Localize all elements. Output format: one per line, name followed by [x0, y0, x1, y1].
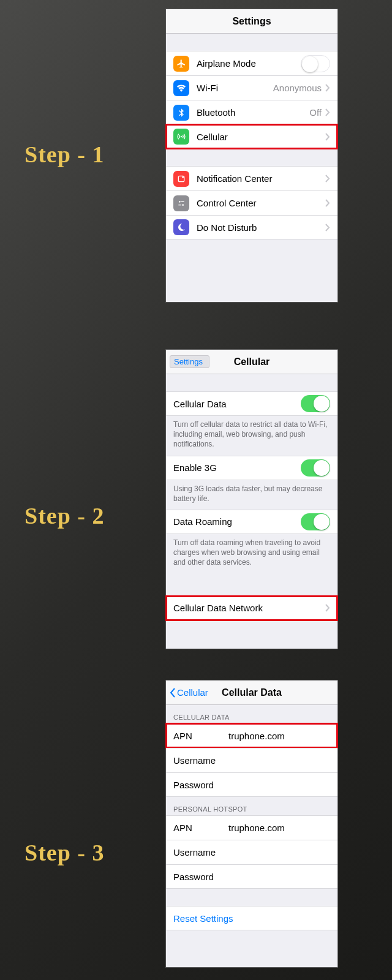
row-control-center[interactable]: Control Center [166, 190, 337, 215]
hotspot-password-label: Password [173, 872, 228, 882]
row-enable-3g[interactable]: Enable 3G [166, 456, 337, 480]
group-personal-hotspot: PERSONAL HOTSPOT [166, 797, 337, 815]
bluetooth-icon [173, 105, 189, 121]
step-3-label: Step - 3 [24, 839, 104, 866]
data-roaming-toggle[interactable] [301, 513, 330, 530]
row-hotspot-apn[interactable]: APN truphone.com [166, 815, 337, 840]
airplane-toggle[interactable] [301, 55, 330, 72]
cellular-data-label: Cellular Data [173, 399, 301, 409]
row-data-roaming[interactable]: Data Roaming [166, 510, 337, 534]
back-label: Cellular [177, 687, 208, 698]
screen-cellular: Settings Cellular Cellular Data Turn off… [165, 349, 338, 649]
nav-bar: Settings Cellular [166, 350, 337, 374]
step-1-label: Step - 1 [24, 141, 104, 168]
apn-label: APN [173, 731, 228, 741]
row-notification-center[interactable]: Notification Center [166, 166, 337, 190]
apn-value[interactable]: truphone.com [228, 731, 330, 741]
chevron-icon [325, 224, 330, 232]
chevron-icon [325, 175, 330, 183]
notification-label: Notification Center [197, 173, 325, 184]
screen-settings: Settings Airplane Mode Wi-Fi Anonymous B… [165, 9, 338, 303]
row-bluetooth[interactable]: Bluetooth Off [166, 100, 337, 124]
svg-point-2 [179, 201, 181, 203]
hotspot-username-label: Username [173, 847, 228, 858]
airplane-icon [173, 56, 189, 72]
enable-3g-label: Enable 3G [173, 462, 301, 473]
enable-3g-desc: Using 3G loads data faster, but may decr… [166, 480, 337, 510]
row-reset-settings[interactable]: Reset Settings [166, 906, 337, 930]
row-hotspot-username[interactable]: Username [166, 840, 337, 864]
reset-settings-link[interactable]: Reset Settings [173, 913, 233, 924]
control-center-icon [173, 195, 189, 211]
row-cellular[interactable]: Cellular [166, 124, 337, 149]
svg-rect-3 [181, 201, 184, 202]
page-title: Cellular Data [222, 687, 282, 698]
row-username[interactable]: Username [166, 748, 337, 772]
nav-bar: Cellular Cellular Data [166, 680, 337, 705]
airplane-label: Airplane Mode [197, 58, 301, 69]
nav-bar: Settings [166, 9, 337, 34]
screen-cellular-data: Cellular Cellular Data CELLULAR DATA APN… [165, 680, 338, 968]
cellular-icon [173, 129, 189, 145]
row-hotspot-password[interactable]: Password [166, 864, 337, 889]
page-title: Cellular [234, 356, 270, 368]
cellular-data-desc: Turn off cellular data to restrict all d… [166, 416, 337, 456]
chevron-icon [325, 84, 330, 92]
row-apn[interactable]: APN truphone.com [166, 723, 337, 748]
cellular-data-toggle[interactable] [301, 395, 330, 412]
control-center-label: Control Center [197, 198, 325, 208]
data-roaming-label: Data Roaming [173, 516, 301, 527]
chevron-left-icon [170, 688, 176, 698]
chevron-icon [325, 199, 330, 207]
step-2-label: Step - 2 [24, 502, 104, 529]
bluetooth-label: Bluetooth [197, 107, 309, 118]
chevron-icon [325, 108, 330, 116]
enable-3g-toggle[interactable] [301, 459, 330, 477]
username-label: Username [173, 755, 228, 766]
group-cellular-data: CELLULAR DATA [166, 705, 337, 723]
row-cellular-data[interactable]: Cellular Data [166, 391, 337, 416]
data-roaming-desc: Turn off data roaming when traveling to … [166, 534, 337, 574]
chevron-icon [325, 604, 330, 612]
cdn-label: Cellular Data Network [173, 603, 325, 613]
password-label: Password [173, 780, 228, 790]
wifi-label: Wi-Fi [197, 83, 273, 93]
row-password[interactable]: Password [166, 772, 337, 797]
wifi-value: Anonymous [273, 83, 322, 93]
back-button[interactable]: Cellular [170, 687, 208, 698]
bluetooth-value: Off [309, 107, 322, 118]
moon-icon [173, 219, 189, 235]
hotspot-apn-value[interactable]: truphone.com [228, 823, 330, 833]
svg-rect-5 [178, 205, 181, 205]
row-cellular-data-network[interactable]: Cellular Data Network [166, 596, 337, 620]
row-wifi[interactable]: Wi-Fi Anonymous [166, 75, 337, 100]
svg-point-4 [182, 204, 184, 206]
row-airplane-mode[interactable]: Airplane Mode [166, 51, 337, 75]
svg-point-1 [182, 176, 184, 178]
hotspot-apn-label: APN [173, 823, 228, 833]
dnd-label: Do Not Disturb [197, 222, 325, 233]
wifi-icon [173, 80, 189, 96]
row-do-not-disturb[interactable]: Do Not Disturb [166, 215, 337, 239]
cellular-label: Cellular [197, 132, 325, 142]
page-title: Settings [232, 16, 271, 27]
notification-icon [173, 171, 189, 187]
back-button[interactable]: Settings [170, 355, 209, 368]
chevron-icon [325, 133, 330, 141]
